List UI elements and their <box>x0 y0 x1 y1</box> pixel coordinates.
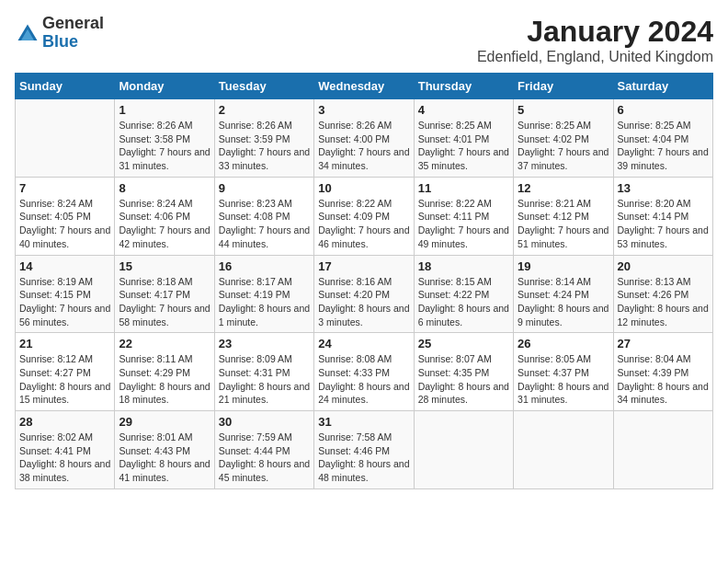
day-number: 22 <box>119 337 210 350</box>
day-number: 31 <box>318 415 409 429</box>
day-info: Sunrise: 8:15 AMSunset: 4:22 PMDaylight:… <box>418 275 509 329</box>
calendar-week-1: 1Sunrise: 8:26 AMSunset: 3:58 PMDaylight… <box>16 99 713 178</box>
table-row: 4Sunrise: 8:25 AMSunset: 4:01 PMDaylight… <box>414 99 513 178</box>
table-row: 26Sunrise: 8:05 AMSunset: 4:37 PMDayligh… <box>514 333 613 411</box>
day-number: 3 <box>318 103 409 117</box>
day-number: 5 <box>518 103 609 117</box>
day-info: Sunrise: 8:25 AMSunset: 4:02 PMDaylight:… <box>518 119 609 173</box>
day-info: Sunrise: 8:26 AMSunset: 3:59 PMDaylight:… <box>219 119 310 173</box>
day-number: 25 <box>418 337 509 350</box>
day-info: Sunrise: 8:02 AMSunset: 4:41 PMDaylight:… <box>19 431 110 485</box>
logo-blue-text: Blue <box>42 32 78 51</box>
table-row: 11Sunrise: 8:22 AMSunset: 4:11 PMDayligh… <box>414 177 513 255</box>
header-friday: Friday <box>514 74 613 99</box>
table-row: 19Sunrise: 8:14 AMSunset: 4:24 PMDayligh… <box>514 255 613 333</box>
day-number: 7 <box>19 181 110 195</box>
table-row <box>414 411 513 489</box>
table-row: 10Sunrise: 8:22 AMSunset: 4:09 PMDayligh… <box>314 177 414 255</box>
table-row <box>514 411 613 489</box>
day-number: 24 <box>318 337 409 350</box>
table-row: 3Sunrise: 8:26 AMSunset: 4:00 PMDaylight… <box>314 99 414 178</box>
day-number: 12 <box>518 181 609 195</box>
day-number: 20 <box>618 259 709 273</box>
day-number: 4 <box>418 103 509 117</box>
table-row <box>16 99 115 178</box>
day-info: Sunrise: 8:25 AMSunset: 4:04 PMDaylight:… <box>618 119 709 173</box>
page-title: January 2024 <box>477 15 713 49</box>
day-info: Sunrise: 8:20 AMSunset: 4:14 PMDaylight:… <box>618 197 709 251</box>
day-number: 15 <box>119 259 210 273</box>
calendar-week-5: 28Sunrise: 8:02 AMSunset: 4:41 PMDayligh… <box>16 411 713 489</box>
table-row: 18Sunrise: 8:15 AMSunset: 4:22 PMDayligh… <box>414 255 513 333</box>
table-row: 25Sunrise: 8:07 AMSunset: 4:35 PMDayligh… <box>414 333 513 411</box>
table-row: 31Sunrise: 7:58 AMSunset: 4:46 PMDayligh… <box>314 411 414 489</box>
calendar-week-2: 7Sunrise: 8:24 AMSunset: 4:05 PMDaylight… <box>16 177 713 255</box>
day-number: 21 <box>19 337 110 350</box>
day-info: Sunrise: 8:26 AMSunset: 3:58 PMDaylight:… <box>119 119 210 173</box>
day-info: Sunrise: 8:26 AMSunset: 4:00 PMDaylight:… <box>318 119 409 173</box>
day-info: Sunrise: 8:13 AMSunset: 4:26 PMDaylight:… <box>618 275 709 329</box>
day-info: Sunrise: 8:23 AMSunset: 4:08 PMDaylight:… <box>219 197 310 251</box>
day-number: 29 <box>119 415 210 429</box>
day-info: Sunrise: 8:14 AMSunset: 4:24 PMDaylight:… <box>518 275 609 329</box>
day-info: Sunrise: 8:07 AMSunset: 4:35 PMDaylight:… <box>418 352 509 407</box>
title-block: January 2024 Edenfield, England, United … <box>477 15 713 65</box>
table-row: 8Sunrise: 8:24 AMSunset: 4:06 PMDaylight… <box>115 177 214 255</box>
day-info: Sunrise: 8:16 AMSunset: 4:20 PMDaylight:… <box>318 275 409 329</box>
table-row: 23Sunrise: 8:09 AMSunset: 4:31 PMDayligh… <box>214 333 313 411</box>
table-row: 20Sunrise: 8:13 AMSunset: 4:26 PMDayligh… <box>613 255 712 333</box>
calendar-header-row: Sunday Monday Tuesday Wednesday Thursday… <box>16 74 713 99</box>
logo-icon <box>15 21 40 47</box>
day-number: 27 <box>618 337 709 350</box>
logo-general-text: General <box>42 14 104 32</box>
day-info: Sunrise: 8:22 AMSunset: 4:09 PMDaylight:… <box>318 197 409 251</box>
page-subtitle: Edenfield, England, United Kingdom <box>477 49 713 65</box>
table-row: 28Sunrise: 8:02 AMSunset: 4:41 PMDayligh… <box>16 411 115 489</box>
day-info: Sunrise: 8:01 AMSunset: 4:43 PMDaylight:… <box>119 431 210 485</box>
day-info: Sunrise: 8:11 AMSunset: 4:29 PMDaylight:… <box>119 352 210 407</box>
day-info: Sunrise: 8:04 AMSunset: 4:39 PMDaylight:… <box>618 352 709 407</box>
day-info: Sunrise: 8:05 AMSunset: 4:37 PMDaylight:… <box>518 352 609 407</box>
calendar-week-3: 14Sunrise: 8:19 AMSunset: 4:15 PMDayligh… <box>16 255 713 333</box>
table-row: 17Sunrise: 8:16 AMSunset: 4:20 PMDayligh… <box>314 255 414 333</box>
header-tuesday: Tuesday <box>214 74 313 99</box>
day-number: 28 <box>19 415 110 429</box>
day-number: 26 <box>518 337 609 350</box>
day-info: Sunrise: 8:17 AMSunset: 4:19 PMDaylight:… <box>219 275 310 329</box>
table-row: 13Sunrise: 8:20 AMSunset: 4:14 PMDayligh… <box>613 177 712 255</box>
day-number: 18 <box>418 259 509 273</box>
header-thursday: Thursday <box>414 74 513 99</box>
table-row: 15Sunrise: 8:18 AMSunset: 4:17 PMDayligh… <box>115 255 214 333</box>
day-number: 2 <box>219 103 310 117</box>
day-info: Sunrise: 8:08 AMSunset: 4:33 PMDaylight:… <box>318 352 409 407</box>
table-row: 2Sunrise: 8:26 AMSunset: 3:59 PMDaylight… <box>214 99 313 178</box>
header-saturday: Saturday <box>613 74 712 99</box>
day-number: 11 <box>418 181 509 195</box>
table-row: 29Sunrise: 8:01 AMSunset: 4:43 PMDayligh… <box>115 411 214 489</box>
day-number: 6 <box>618 103 709 117</box>
table-row: 12Sunrise: 8:21 AMSunset: 4:12 PMDayligh… <box>514 177 613 255</box>
day-info: Sunrise: 8:24 AMSunset: 4:06 PMDaylight:… <box>119 197 210 251</box>
day-number: 23 <box>219 337 310 350</box>
day-number: 10 <box>318 181 409 195</box>
table-row: 9Sunrise: 8:23 AMSunset: 4:08 PMDaylight… <box>214 177 313 255</box>
day-number: 13 <box>618 181 709 195</box>
day-info: Sunrise: 8:19 AMSunset: 4:15 PMDaylight:… <box>19 275 110 329</box>
day-info: Sunrise: 8:22 AMSunset: 4:11 PMDaylight:… <box>418 197 509 251</box>
day-number: 30 <box>219 415 310 429</box>
table-row: 16Sunrise: 8:17 AMSunset: 4:19 PMDayligh… <box>214 255 313 333</box>
day-info: Sunrise: 8:21 AMSunset: 4:12 PMDaylight:… <box>518 197 609 251</box>
table-row: 22Sunrise: 8:11 AMSunset: 4:29 PMDayligh… <box>115 333 214 411</box>
day-number: 16 <box>219 259 310 273</box>
calendar-week-4: 21Sunrise: 8:12 AMSunset: 4:27 PMDayligh… <box>16 333 713 411</box>
day-info: Sunrise: 7:58 AMSunset: 4:46 PMDaylight:… <box>318 431 409 485</box>
table-row <box>613 411 712 489</box>
table-row: 30Sunrise: 7:59 AMSunset: 4:44 PMDayligh… <box>214 411 313 489</box>
day-info: Sunrise: 8:09 AMSunset: 4:31 PMDaylight:… <box>219 352 310 407</box>
day-info: Sunrise: 7:59 AMSunset: 4:44 PMDaylight:… <box>219 431 310 485</box>
table-row: 5Sunrise: 8:25 AMSunset: 4:02 PMDaylight… <box>514 99 613 178</box>
table-row: 27Sunrise: 8:04 AMSunset: 4:39 PMDayligh… <box>613 333 712 411</box>
logo: General Blue <box>15 15 104 52</box>
table-row: 21Sunrise: 8:12 AMSunset: 4:27 PMDayligh… <box>16 333 115 411</box>
table-row: 1Sunrise: 8:26 AMSunset: 3:58 PMDaylight… <box>115 99 214 178</box>
